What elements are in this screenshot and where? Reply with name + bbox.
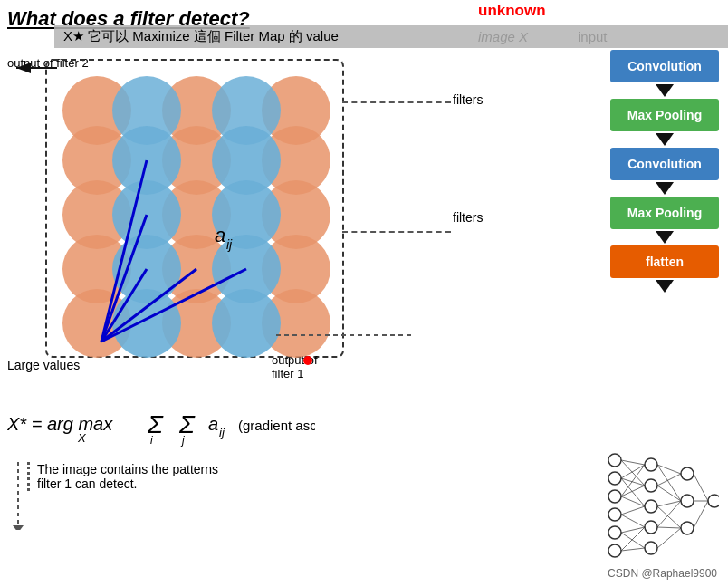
red-dot bbox=[303, 356, 312, 365]
svg-line-52 bbox=[621, 465, 645, 478]
svg-line-63 bbox=[621, 465, 645, 496]
svg-line-59 bbox=[621, 533, 645, 548]
conv-block-1: Convolution bbox=[610, 50, 719, 82]
formula-svg: X* = arg max X Σ Σ i j a ij (gradient as… bbox=[7, 399, 315, 448]
svg-point-43 bbox=[645, 500, 657, 513]
svg-point-24 bbox=[212, 289, 281, 358]
svg-point-47 bbox=[681, 495, 694, 507]
arrow-5 bbox=[656, 280, 674, 293]
svg-point-39 bbox=[608, 526, 621, 539]
svg-text:a: a bbox=[215, 224, 225, 246]
svg-line-70 bbox=[657, 501, 681, 527]
svg-line-66 bbox=[657, 486, 681, 501]
filter-circles: a ij bbox=[47, 61, 346, 360]
svg-line-57 bbox=[621, 515, 645, 527]
pool-block-2: Max Pooling bbox=[610, 197, 719, 229]
cnn-flow-diagram: Convolution Max Pooling Convolution Max … bbox=[610, 50, 719, 294]
svg-line-58 bbox=[621, 527, 645, 533]
dashed-line-top bbox=[342, 101, 451, 103]
svg-text:X: X bbox=[77, 431, 87, 445]
unknown-label: unknown bbox=[478, 2, 546, 20]
svg-line-72 bbox=[657, 465, 681, 501]
svg-point-48 bbox=[681, 522, 694, 534]
filters-label-bottom: filters bbox=[453, 210, 483, 225]
filters-label-top: filters bbox=[453, 92, 483, 107]
svg-text:Σ: Σ bbox=[147, 410, 164, 438]
svg-text:ij: ij bbox=[226, 237, 233, 252]
svg-line-61 bbox=[621, 527, 645, 551]
svg-text:(gradient ascent): (gradient ascent) bbox=[238, 418, 315, 433]
svg-line-60 bbox=[621, 548, 645, 551]
svg-point-42 bbox=[645, 479, 657, 492]
corner-arrow bbox=[7, 54, 62, 82]
svg-point-40 bbox=[608, 544, 621, 557]
svg-line-73 bbox=[694, 474, 708, 501]
svg-line-75 bbox=[694, 501, 708, 528]
svg-point-41 bbox=[645, 458, 657, 471]
svg-point-37 bbox=[608, 490, 621, 503]
tooltip-bar: X★ 它可以 Maximize 這個 Filter Map 的 value bbox=[54, 25, 728, 48]
arrow-2 bbox=[656, 133, 674, 146]
description-text: The image contains the patterns filter 1… bbox=[27, 462, 218, 491]
dashed-line-mid bbox=[342, 231, 451, 233]
neural-network-diagram bbox=[601, 442, 719, 560]
svg-point-38 bbox=[608, 508, 621, 521]
filter-grid: a ij bbox=[45, 59, 344, 358]
svg-text:a: a bbox=[208, 414, 218, 434]
svg-line-71 bbox=[657, 528, 681, 548]
svg-point-35 bbox=[608, 454, 621, 467]
svg-line-69 bbox=[657, 527, 681, 528]
description-line1: The image contains the patterns bbox=[37, 462, 218, 476]
svg-line-64 bbox=[657, 465, 681, 474]
svg-line-62 bbox=[621, 478, 645, 506]
flatten-block: flatten bbox=[610, 245, 719, 278]
description-line2: filter 1 can detect. bbox=[37, 476, 138, 491]
svg-marker-86 bbox=[13, 525, 24, 530]
arrow-4 bbox=[656, 231, 674, 244]
svg-line-56 bbox=[621, 506, 645, 515]
svg-line-54 bbox=[621, 486, 645, 496]
svg-text:Σ: Σ bbox=[178, 410, 196, 438]
arrow-1 bbox=[656, 84, 674, 97]
svg-text:X* = arg max: X* = arg max bbox=[7, 414, 113, 434]
svg-point-49 bbox=[708, 495, 719, 507]
conv-block-2: Convolution bbox=[610, 148, 719, 180]
svg-point-44 bbox=[645, 521, 657, 534]
arrow-3 bbox=[656, 182, 674, 195]
svg-line-67 bbox=[657, 501, 681, 506]
svg-text:i: i bbox=[150, 434, 153, 447]
svg-point-23 bbox=[112, 289, 181, 358]
large-values-label: Large values bbox=[7, 358, 80, 372]
svg-line-65 bbox=[657, 474, 681, 486]
pool-block-1: Max Pooling bbox=[610, 99, 719, 131]
svg-point-36 bbox=[608, 472, 621, 485]
svg-text:ij: ij bbox=[219, 426, 225, 439]
watermark: CSDN @Raphael9900 bbox=[608, 567, 717, 580]
svg-point-46 bbox=[681, 467, 694, 480]
svg-point-45 bbox=[645, 542, 657, 554]
svg-line-68 bbox=[657, 506, 681, 528]
svg-line-55 bbox=[621, 496, 645, 506]
formula-area: X* = arg max X Σ Σ i j a ij (gradient as… bbox=[7, 399, 315, 453]
